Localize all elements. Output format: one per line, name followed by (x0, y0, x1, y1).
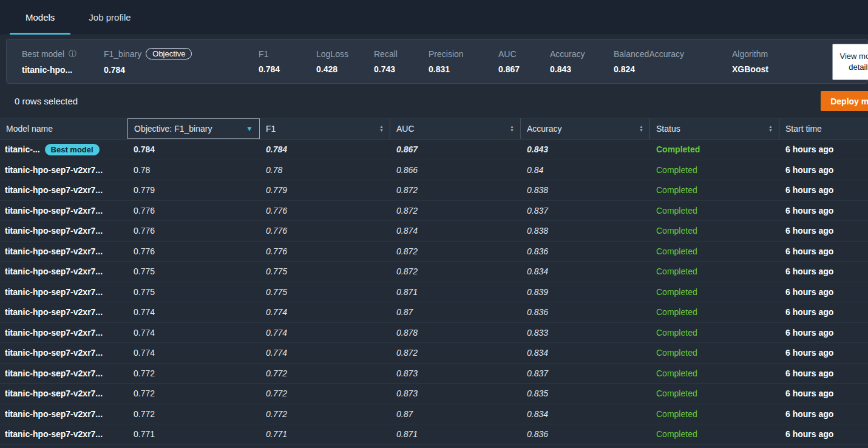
cell-accuracy: 0.835 (521, 384, 650, 404)
metric-accuracy: Accuracy0.843 (550, 49, 614, 74)
metric-auc: AUC0.867 (498, 49, 550, 74)
metric-label-text: F1_binary (104, 49, 141, 59)
table-row[interactable]: titanic-hpo-sep7-v2xr7...0.7740.7740.872… (0, 343, 868, 364)
cell-status: Completed (650, 364, 779, 384)
metric-label-text: Best model (22, 49, 64, 59)
cell-auc: 0.873 (390, 384, 521, 404)
cell-start-time: 6 hours ago (779, 302, 868, 322)
cell-model-name[interactable]: titanic-hpo-sep7-v2xr7... (0, 343, 127, 363)
cell-auc: 0.871 (390, 424, 521, 444)
metric-value: titanic-hpo... (22, 65, 101, 75)
view-model-details-button[interactable]: View model details (832, 44, 868, 80)
tab-models[interactable]: Models (8, 0, 72, 35)
cell-accuracy: 0.837 (521, 364, 650, 384)
table-row[interactable]: titanic-hpo-sep7-v2xr7...0.7750.7750.871… (0, 282, 868, 303)
cell-start-time: 6 hours ago (779, 180, 868, 200)
deploy-model-button[interactable]: Deploy model (821, 91, 868, 111)
column-header-status[interactable]: Status▲▼ (650, 118, 779, 139)
cell-model-name[interactable]: titanic-hpo-sep7-v2xr7... (0, 424, 127, 444)
table-row[interactable]: titanic-hpo-sep7-v2xr7...0.7740.7740.878… (0, 323, 868, 344)
metric-value: XGBoost (732, 64, 805, 74)
table-header-row: Model nameObjective: F1_binary▼F1▲▼AUC▲▼… (0, 118, 868, 140)
metric-value: 0.784 (104, 65, 183, 75)
metric-value: 0.428 (316, 64, 374, 74)
cell-objective: 0.774 (127, 343, 260, 363)
tab-job-profile[interactable]: Job profile (72, 0, 147, 35)
table-row[interactable]: titanic-hpo-sep7-v2xr7...0.7790.7790.872… (0, 180, 868, 201)
sort-descending-icon: ▼ (246, 124, 253, 133)
cell-status: Completed (650, 180, 779, 200)
column-header-f1[interactable]: F1▲▼ (260, 118, 390, 139)
cell-model-name[interactable]: titanic-hpo-sep7-v2xr7... (0, 221, 127, 241)
table-row[interactable]: titanic-hpo-sep7-v2xr7...0.7760.7760.872… (0, 242, 868, 262)
cell-auc: 0.87 (390, 404, 521, 424)
cell-model-name[interactable]: titanic-hpo-sep7-v2xr7... (0, 364, 127, 384)
metric-label-text: LogLoss (316, 49, 348, 59)
cell-model-name[interactable]: titanic-hpo-sep7-v2xr7... (0, 201, 127, 221)
column-header-accuracy[interactable]: Accuracy▲▼ (521, 118, 650, 139)
cell-f1: 0.776 (260, 221, 390, 241)
cell-model-name[interactable]: titanic-hpo-sep7-v2xr7... (0, 323, 127, 343)
cell-accuracy: 0.833 (521, 323, 650, 343)
metric-label-text: AUC (498, 49, 517, 59)
cell-f1: 0.774 (260, 343, 390, 363)
column-header-objective-f1-binary[interactable]: Objective: F1_binary▼ (127, 118, 260, 139)
cell-status: Completed (650, 323, 779, 343)
metric-f1: F10.784 (259, 49, 316, 74)
metric-algorithm: AlgorithmXGBoost (732, 49, 805, 74)
cell-model-name[interactable]: titanic-hpo-sep7-v2xr7... (0, 262, 127, 282)
cell-model-name[interactable]: titanic-hpo-sep7-v2xr7... (0, 160, 127, 180)
cell-f1: 0.776 (260, 242, 390, 262)
cell-objective: 0.772 (127, 384, 260, 404)
cell-objective: 0.776 (127, 201, 260, 221)
cell-objective: 0.776 (127, 221, 260, 241)
info-icon[interactable]: ⓘ (69, 49, 76, 59)
cell-auc: 0.871 (390, 282, 521, 302)
cell-accuracy: 0.843 (521, 140, 650, 160)
table-row[interactable]: titanic-hpo-sep7-v2xr7...0.7760.7760.874… (0, 221, 868, 242)
cell-model-name[interactable]: titanic-hpo-sep7-v2xr7... (0, 180, 127, 200)
cell-model-name[interactable]: titanic-hpo-sep7-v2xr7... (0, 404, 127, 424)
table-row[interactable]: titanic-hpo-sep7-v2xr7...0.7740.7740.870… (0, 302, 868, 323)
cell-start-time: 6 hours ago (779, 140, 868, 160)
cell-model-name[interactable]: titanic-hpo-sep7-v2xr7... (0, 242, 127, 262)
metric-label-text: Accuracy (550, 49, 585, 59)
tab-job-profile-label: Job profile (89, 12, 131, 22)
cell-start-time: 6 hours ago (779, 343, 868, 363)
table-row[interactable]: titanic-hpo-sep7-v2xr7...0.7710.7710.871… (0, 424, 868, 445)
cell-model-name[interactable]: titanic-hpo-sep7-v2xr7... (0, 384, 127, 404)
column-header-auc[interactable]: AUC▲▼ (390, 118, 521, 139)
cell-auc: 0.872 (390, 343, 521, 363)
cell-accuracy: 0.836 (521, 242, 650, 262)
cell-status: Completed (650, 160, 779, 180)
cell-f1: 0.772 (260, 404, 390, 424)
cell-model-name[interactable]: titanic-...Best model (0, 140, 127, 160)
cell-accuracy: 0.834 (521, 343, 650, 363)
cell-model-name[interactable]: titanic-hpo-sep7-v2xr7... (0, 302, 127, 322)
cell-accuracy: 0.836 (521, 424, 650, 444)
best-model-metrics: Best modelⓘtitanic-hpo...F1_binaryObject… (7, 39, 805, 83)
cell-model-name[interactable]: titanic-hpo-sep7-v2xr7... (0, 282, 127, 302)
best-model-summary-bar: Best modelⓘtitanic-hpo...F1_binaryObject… (6, 39, 868, 84)
table-row[interactable]: titanic-hpo-sep7-v2xr7...0.7720.7720.873… (0, 364, 868, 384)
metric-value: 0.867 (498, 64, 550, 74)
cell-objective: 0.772 (127, 364, 260, 384)
cell-status: Completed (650, 201, 779, 221)
cell-start-time: 6 hours ago (779, 323, 868, 343)
table-row[interactable]: titanic-hpo-sep7-v2xr7...0.7760.7760.872… (0, 201, 868, 222)
cell-accuracy: 0.838 (521, 180, 650, 200)
cell-status: Completed (650, 404, 779, 424)
sort-icon: ▲▼ (379, 125, 384, 132)
table-row[interactable]: titanic-hpo-sep7-v2xr7...0.7720.7720.870… (0, 404, 868, 425)
table-row[interactable]: titanic-...Best model0.7840.7840.8670.84… (0, 140, 868, 160)
metric-label-text: F1 (259, 49, 268, 59)
table-row[interactable]: titanic-hpo-sep7-v2xr7...0.7720.7720.873… (0, 384, 868, 404)
tab-models-label: Models (25, 12, 55, 22)
rows-selected-label: 0 rows selected (15, 96, 78, 106)
table-row[interactable]: titanic-hpo-sep7-v2xr7...0.7750.7750.872… (0, 262, 868, 282)
cell-status: Completed (650, 384, 779, 404)
cell-start-time: 6 hours ago (779, 424, 868, 444)
table-row[interactable]: titanic-hpo-sep7-v2xr7...0.780.780.8660.… (0, 160, 868, 181)
cell-auc: 0.867 (390, 140, 521, 160)
cell-start-time: 6 hours ago (779, 404, 868, 424)
